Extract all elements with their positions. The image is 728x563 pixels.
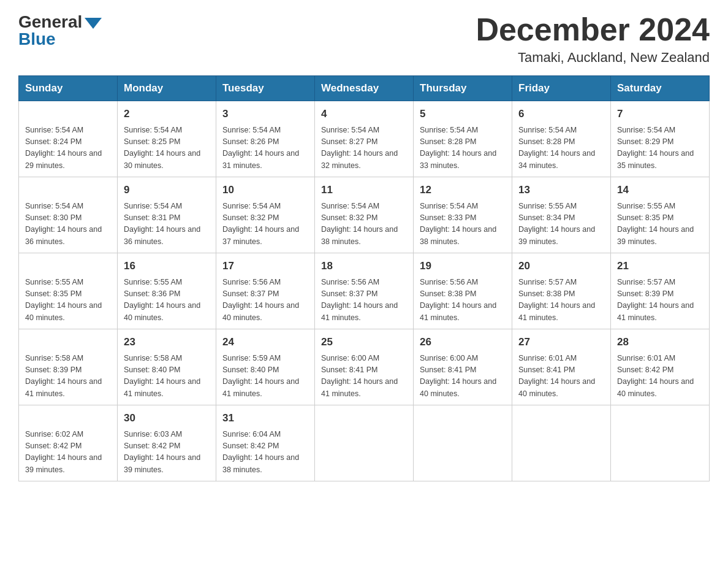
day-number: 23 xyxy=(124,334,210,350)
calendar-cell: 9Sunrise: 5:54 AMSunset: 8:31 PMDaylight… xyxy=(118,177,216,253)
day-info: Sunrise: 5:58 AMSunset: 8:39 PMDaylight:… xyxy=(25,353,111,400)
calendar-cell: 27Sunrise: 6:01 AMSunset: 8:41 PMDayligh… xyxy=(512,329,611,405)
calendar-cell xyxy=(315,405,414,481)
calendar-cell: 5Sunrise: 5:54 AMSunset: 8:28 PMDaylight… xyxy=(414,101,512,177)
calendar-cell: 3Sunrise: 5:54 AMSunset: 8:26 PMDaylight… xyxy=(216,101,315,177)
day-number: 3 xyxy=(222,106,308,122)
calendar-header-row: SundayMondayTuesdayWednesdayThursdayFrid… xyxy=(19,76,710,101)
day-number: 6 xyxy=(518,106,604,122)
calendar-week-row: 8Sunrise: 5:54 AMSunset: 8:30 PMDaylight… xyxy=(19,177,710,253)
day-number: 20 xyxy=(518,258,604,274)
day-number: 31 xyxy=(222,410,308,426)
calendar-cell: 1Sunrise: 5:54 AMSunset: 8:24 PMDaylight… xyxy=(19,101,118,177)
day-info: Sunrise: 5:55 AMSunset: 8:35 PMDaylight:… xyxy=(617,201,703,248)
day-info: Sunrise: 5:54 AMSunset: 8:32 PMDaylight:… xyxy=(222,201,308,248)
day-number: 16 xyxy=(124,258,210,274)
day-number: 19 xyxy=(420,258,506,274)
day-number: 1 xyxy=(25,106,111,122)
day-info: Sunrise: 5:54 AMSunset: 8:33 PMDaylight:… xyxy=(420,201,506,248)
calendar-cell: 26Sunrise: 6:00 AMSunset: 8:41 PMDayligh… xyxy=(414,329,512,405)
day-number: 9 xyxy=(124,182,210,198)
logo-blue-text: Blue xyxy=(18,29,56,49)
calendar-cell: 25Sunrise: 6:00 AMSunset: 8:41 PMDayligh… xyxy=(315,329,414,405)
calendar-cell: 16Sunrise: 5:55 AMSunset: 8:36 PMDayligh… xyxy=(118,253,216,329)
day-info: Sunrise: 5:56 AMSunset: 8:38 PMDaylight:… xyxy=(420,277,506,324)
page-header: General Blue December 2024 Tamaki, Auckl… xyxy=(18,12,710,66)
calendar-cell: 2Sunrise: 5:54 AMSunset: 8:25 PMDaylight… xyxy=(118,101,216,177)
calendar-cell: 13Sunrise: 5:55 AMSunset: 8:34 PMDayligh… xyxy=(512,177,611,253)
calendar-cell: 18Sunrise: 5:56 AMSunset: 8:37 PMDayligh… xyxy=(315,253,414,329)
day-info: Sunrise: 5:57 AMSunset: 8:39 PMDaylight:… xyxy=(617,277,703,324)
day-info: Sunrise: 5:55 AMSunset: 8:34 PMDaylight:… xyxy=(518,201,604,248)
month-title: December 2024 xyxy=(476,12,710,47)
day-info: Sunrise: 6:01 AMSunset: 8:41 PMDaylight:… xyxy=(518,353,604,400)
calendar-week-row: 15Sunrise: 5:55 AMSunset: 8:35 PMDayligh… xyxy=(19,253,710,329)
day-number: 4 xyxy=(321,106,407,122)
logo: General Blue xyxy=(18,12,102,49)
day-info: Sunrise: 5:54 AMSunset: 8:28 PMDaylight:… xyxy=(420,124,506,172)
day-number: 8 xyxy=(25,182,111,198)
day-number: 5 xyxy=(420,106,506,122)
day-info: Sunrise: 5:54 AMSunset: 8:27 PMDaylight:… xyxy=(321,124,407,172)
day-info: Sunrise: 6:00 AMSunset: 8:41 PMDaylight:… xyxy=(321,353,407,400)
calendar-cell: 28Sunrise: 6:01 AMSunset: 8:42 PMDayligh… xyxy=(611,329,710,405)
day-number: 29 xyxy=(25,410,111,426)
weekday-header-tuesday: Tuesday xyxy=(216,76,315,101)
day-info: Sunrise: 5:54 AMSunset: 8:32 PMDaylight:… xyxy=(321,201,407,248)
calendar-week-row: 22Sunrise: 5:58 AMSunset: 8:39 PMDayligh… xyxy=(19,329,710,405)
day-number: 17 xyxy=(222,258,308,274)
day-info: Sunrise: 5:55 AMSunset: 8:35 PMDaylight:… xyxy=(25,277,111,324)
calendar-cell: 30Sunrise: 6:03 AMSunset: 8:42 PMDayligh… xyxy=(118,405,216,481)
calendar-cell: 31Sunrise: 6:04 AMSunset: 8:42 PMDayligh… xyxy=(216,405,315,481)
day-number: 7 xyxy=(617,106,703,122)
weekday-header-wednesday: Wednesday xyxy=(315,76,414,101)
day-number: 11 xyxy=(321,182,407,198)
logo-triangle-icon xyxy=(85,18,102,29)
calendar-cell: 19Sunrise: 5:56 AMSunset: 8:38 PMDayligh… xyxy=(414,253,512,329)
calendar-cell: 6Sunrise: 5:54 AMSunset: 8:28 PMDaylight… xyxy=(512,101,611,177)
day-info: Sunrise: 6:01 AMSunset: 8:42 PMDaylight:… xyxy=(617,353,703,400)
day-info: Sunrise: 5:56 AMSunset: 8:37 PMDaylight:… xyxy=(321,277,407,324)
calendar-week-row: 29Sunrise: 6:02 AMSunset: 8:42 PMDayligh… xyxy=(19,405,710,481)
calendar-cell: 11Sunrise: 5:54 AMSunset: 8:32 PMDayligh… xyxy=(315,177,414,253)
day-number: 14 xyxy=(617,182,703,198)
calendar-cell xyxy=(414,405,512,481)
title-block: December 2024 Tamaki, Auckland, New Zeal… xyxy=(476,12,710,66)
calendar-cell: 8Sunrise: 5:54 AMSunset: 8:30 PMDaylight… xyxy=(19,177,118,253)
weekday-header-saturday: Saturday xyxy=(611,76,710,101)
day-info: Sunrise: 5:54 AMSunset: 8:26 PMDaylight:… xyxy=(222,124,308,172)
calendar-cell: 17Sunrise: 5:56 AMSunset: 8:37 PMDayligh… xyxy=(216,253,315,329)
calendar-cell: 22Sunrise: 5:58 AMSunset: 8:39 PMDayligh… xyxy=(19,329,118,405)
day-number: 2 xyxy=(124,106,210,122)
day-info: Sunrise: 5:54 AMSunset: 8:28 PMDaylight:… xyxy=(518,124,604,172)
calendar-cell: 4Sunrise: 5:54 AMSunset: 8:27 PMDaylight… xyxy=(315,101,414,177)
calendar-cell: 12Sunrise: 5:54 AMSunset: 8:33 PMDayligh… xyxy=(414,177,512,253)
day-info: Sunrise: 5:54 AMSunset: 8:25 PMDaylight:… xyxy=(124,124,210,172)
location-subtitle: Tamaki, Auckland, New Zealand xyxy=(476,50,710,66)
day-number: 15 xyxy=(25,258,111,274)
day-info: Sunrise: 6:00 AMSunset: 8:41 PMDaylight:… xyxy=(420,353,506,400)
day-number: 25 xyxy=(321,334,407,350)
day-info: Sunrise: 5:55 AMSunset: 8:36 PMDaylight:… xyxy=(124,277,210,324)
weekday-header-friday: Friday xyxy=(512,76,611,101)
day-number: 12 xyxy=(420,182,506,198)
calendar-cell: 15Sunrise: 5:55 AMSunset: 8:35 PMDayligh… xyxy=(19,253,118,329)
weekday-header-sunday: Sunday xyxy=(19,76,118,101)
day-info: Sunrise: 5:58 AMSunset: 8:40 PMDaylight:… xyxy=(124,353,210,400)
day-number: 28 xyxy=(617,334,703,350)
day-info: Sunrise: 5:59 AMSunset: 8:40 PMDaylight:… xyxy=(222,353,308,400)
day-number: 13 xyxy=(518,182,604,198)
calendar-week-row: 1Sunrise: 5:54 AMSunset: 8:24 PMDaylight… xyxy=(19,101,710,177)
day-number: 26 xyxy=(420,334,506,350)
calendar-cell xyxy=(512,405,611,481)
day-info: Sunrise: 5:54 AMSunset: 8:31 PMDaylight:… xyxy=(124,201,210,248)
day-info: Sunrise: 5:54 AMSunset: 8:30 PMDaylight:… xyxy=(25,201,111,248)
day-info: Sunrise: 6:02 AMSunset: 8:42 PMDaylight:… xyxy=(25,429,111,477)
day-info: Sunrise: 6:03 AMSunset: 8:42 PMDaylight:… xyxy=(124,429,210,477)
calendar-cell: 7Sunrise: 5:54 AMSunset: 8:29 PMDaylight… xyxy=(611,101,710,177)
weekday-header-monday: Monday xyxy=(118,76,216,101)
day-info: Sunrise: 6:04 AMSunset: 8:42 PMDaylight:… xyxy=(222,429,308,477)
day-info: Sunrise: 5:57 AMSunset: 8:38 PMDaylight:… xyxy=(518,277,604,324)
calendar-cell: 29Sunrise: 6:02 AMSunset: 8:42 PMDayligh… xyxy=(19,405,118,481)
day-number: 30 xyxy=(124,410,210,426)
